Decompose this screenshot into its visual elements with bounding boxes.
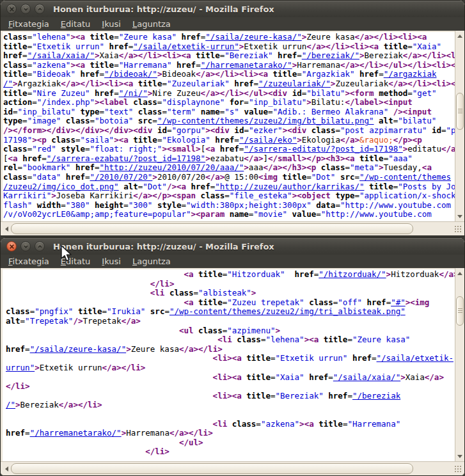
hscrollbar-thumb[interactable] <box>11 223 413 234</box>
thumb-grip-icon <box>458 308 462 313</box>
scroll-left-button[interactable] <box>3 464 10 473</box>
source-line: href="/saila/zeure-kasa/">Zeure kasa</a>… <box>6 345 455 354</box>
horizontal-scrollbar[interactable] <box>1 221 464 235</box>
source-line: </li> <box>6 447 455 457</box>
source-line: title="Nire Zuzeu" href="/ni/">Nire Zuze… <box>3 89 455 99</box>
resize-grip[interactable] <box>453 225 462 234</box>
source-link[interactable]: "http://zuzeu/author/karrikas/" <box>215 182 364 191</box>
scroll-down-button[interactable] <box>455 452 464 461</box>
maximize-button[interactable] <box>35 4 45 14</box>
titlebar[interactable]: Honen iturburua: http://zuzeu/ - Mozilla… <box>1 1 464 17</box>
source-link[interactable]: "/wp-content/themes/zuzeu2/img/bt_bilatu… <box>157 116 374 125</box>
source-link[interactable]: "/zuzeulariak/" <box>258 79 331 88</box>
source-link[interactable]: "/bereziak/" <box>302 51 359 60</box>
source-link[interactable]: "/sarrera-editatu/?post_id=17198" <box>244 144 402 154</box>
source-link[interactable]: "/saila/xaia/" <box>333 372 400 382</box>
source-line: class="red" style="float: right;"><small… <box>3 145 455 154</box>
source-link[interactable]: "/saila/etxetik- <box>377 353 453 363</box>
source-line: <li><a title="Xaia" href="/saila/xaia/">… <box>6 373 455 383</box>
source-line: [<a href="/sarrera-ezabatu/?post_id=1719… <box>3 154 455 164</box>
source-link[interactable]: /" <box>6 400 15 409</box>
source-line <box>6 410 455 420</box>
window-title: Honen iturburua: http://zuzeu/ - Mozilla… <box>53 4 274 14</box>
window-buttons <box>6 241 45 251</box>
close-button[interactable] <box>6 4 17 14</box>
close-button[interactable] <box>6 241 17 251</box>
menu-item-laguntza[interactable]: Laguntza <box>127 18 177 30</box>
scrollbar-thumb[interactable] <box>456 93 464 130</box>
source-line: urrun">Etxetik urrun</a></li> <box>6 363 455 373</box>
content-area: <a title="Hitzorduak" href="/hitzorduak/… <box>1 268 464 461</box>
source-link[interactable]: "/argazkiak <box>384 69 437 79</box>
source-link[interactable]: "/wp-content/themes <box>359 172 451 182</box>
source-link[interactable]: "/saila/zeure-kasa/" <box>30 344 127 354</box>
source-line: class="pngfix" title="Irukia" src="/wp-c… <box>6 307 455 317</box>
hscrollbar-thumb[interactable] <box>11 463 413 474</box>
menu-item-laguntza[interactable]: Laguntza <box>127 255 177 267</box>
source-link[interactable]: "/ni/" <box>119 88 148 98</box>
source-line: <li class="azkena"><a title="Harremana" <box>6 420 455 429</box>
source-content[interactable]: class="lehena"><a title="Zeure kasa" hre… <box>1 31 455 221</box>
source-line: title="Etxetik urrun" href="/saila/etxet… <box>3 42 455 52</box>
source-link[interactable]: "/saila/eko" <box>239 135 297 145</box>
close-icon <box>9 244 15 250</box>
maximize-button[interactable] <box>35 241 45 251</box>
window-title: Honen iturburua: http://zuzeu/ - Mozilla… <box>53 242 274 251</box>
menu-item-ikusi[interactable]: Ikusi <box>96 18 127 30</box>
source-link[interactable]: urrun" <box>6 363 35 372</box>
source-link[interactable]: "/harremanetarako/" <box>30 428 122 438</box>
source-link[interactable]: "/harremanetarako/" <box>201 60 292 70</box>
source-content[interactable]: <a title="Hitzorduak" href="/hitzorduak/… <box>1 268 455 461</box>
source-line: class="azkena"><a title="Harremana" href… <box>3 61 455 70</box>
source-line: </li> <box>6 382 455 392</box>
source-link[interactable]: "#" <box>391 298 406 307</box>
menu-item-ikusi[interactable]: Ikusi <box>96 255 127 267</box>
minimize-button[interactable] <box>20 4 31 14</box>
source-line: rel="bookmark" href="http://zuzeu/2010/0… <box>3 163 455 173</box>
horizontal-scrollbar[interactable] <box>1 461 464 475</box>
source-line: /></form></div></div></div><div id="gorp… <box>3 126 455 136</box>
resize-grip[interactable] <box>453 464 462 473</box>
source-link[interactable]: "/sarrera-ezabatu/?post_id=17198" <box>47 154 205 163</box>
source-line: <a title="Zuzeu trepetak" class="off" hr… <box>6 298 455 308</box>
vertical-scrollbar[interactable] <box>455 268 464 461</box>
source-line: /">Argazkiak</a></li><li><a title="Zuzeu… <box>3 79 455 89</box>
menu-item-editatu[interactable]: Editatu <box>55 18 96 30</box>
source-line: class="data" href="/2010/07/20">2010/07/… <box>3 173 455 182</box>
scroll-down-button[interactable] <box>455 212 464 221</box>
scroll-up-button[interactable] <box>455 31 464 40</box>
scroll-left-button[interactable] <box>3 225 10 233</box>
window-buttons <box>6 4 45 14</box>
scrollbar-thumb[interactable] <box>456 296 464 326</box>
close-icon <box>9 6 15 12</box>
source-line: <li class="lehena"><a title="Zeure kasa" <box>6 335 455 345</box>
source-link[interactable]: "/2010/07/20" <box>90 172 153 182</box>
source-link[interactable]: "/hitzorduak/" <box>319 269 386 279</box>
source-link[interactable]: "/wp-content/themes/zuzeu2/img/tri_albis… <box>169 306 406 316</box>
source-line: <li class="albisteak"> <box>6 289 455 298</box>
scroll-up-button[interactable] <box>455 269 464 278</box>
content-area: class="lehena"><a title="Zeure kasa" hre… <box>1 31 464 221</box>
arrow-left-icon <box>5 226 8 232</box>
source-line: <a title="Hitzorduak" href="/hitzorduak/… <box>6 270 455 280</box>
menu-item-fitxategia[interactable]: Fitxategia <box>3 255 55 267</box>
source-line: </ul> <box>6 438 455 448</box>
source-line: </li> <box>6 280 455 289</box>
source-line: id="inp_bilatu" type="text" class="term"… <box>3 107 455 117</box>
source-link[interactable]: "/saila/etxetik-urrun" <box>133 42 239 51</box>
view-source-window-bottom: Honen iturburua: http://zuzeu/ - Mozilla… <box>0 237 465 476</box>
menu-item-fitxategia[interactable]: Fitxategia <box>3 18 55 30</box>
source-line: <li><a title="Bereziak" href="/bereziak <box>6 392 455 401</box>
source-link[interactable]: "/saila/zeure-kasa/" <box>205 32 302 42</box>
source-link[interactable]: "http://zuzeu/2010/07/20/aaa/" <box>100 163 244 172</box>
source-link[interactable]: "/bideoak/" <box>104 69 157 79</box>
minimize-button[interactable] <box>20 241 31 251</box>
arrow-down-icon <box>457 215 462 218</box>
source-link[interactable]: "/bereziak <box>352 391 400 401</box>
source-link[interactable]: /zuzeu2/img/ico_dot.png" <box>3 182 119 191</box>
vertical-scrollbar[interactable] <box>455 31 464 221</box>
source-link[interactable]: /" <box>3 79 13 88</box>
view-source-window-top: Honen iturburua: http://zuzeu/ - Mozilla… <box>0 0 465 236</box>
arrow-up-icon <box>457 35 462 38</box>
source-link[interactable]: "/saila/xaia/" <box>28 51 95 60</box>
